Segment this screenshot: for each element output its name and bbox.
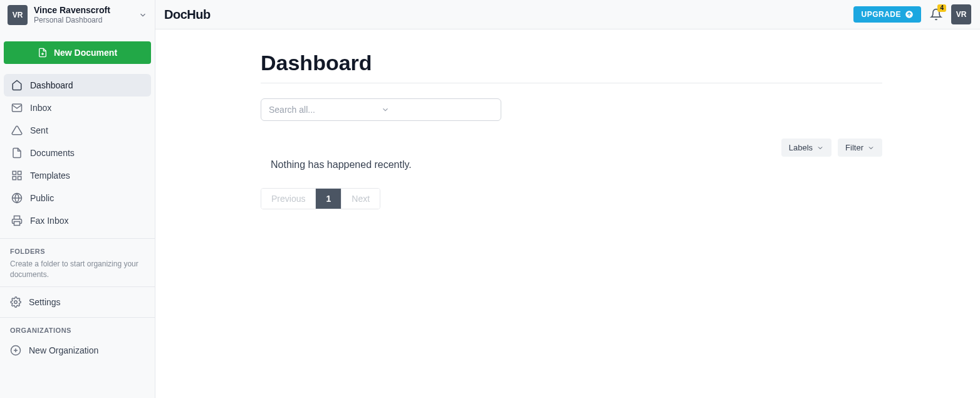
sidebar-item-documents[interactable]: Documents — [4, 142, 151, 164]
document-icon — [11, 147, 23, 159]
chevron-down-icon — [867, 144, 875, 152]
folders-section: FOLDERS Create a folder to start organiz… — [0, 238, 155, 286]
sidebar-item-dashboard[interactable]: Dashboard — [4, 74, 151, 97]
sidebar-item-label: New Organization — [29, 345, 98, 355]
notifications-button[interactable]: 4 — [930, 8, 942, 21]
sidebar-item-sent[interactable]: Sent — [4, 119, 151, 142]
logo[interactable]: DocHub — [164, 8, 211, 22]
account-switcher[interactable]: VR Vince Ravenscroft Personal Dashboard — [0, 0, 155, 30]
svg-rect-3 — [18, 171, 21, 174]
organizations-title: ORGANIZATIONS — [10, 327, 145, 334]
topbar: DocHub UPGRADE 4 VR — [155, 0, 980, 29]
svg-rect-4 — [13, 177, 16, 180]
main-area: DocHub UPGRADE 4 VR Dashboard Search all… — [155, 0, 980, 398]
organizations-section: ORGANIZATIONS New Organization — [0, 317, 155, 368]
inbox-icon — [11, 102, 23, 113]
templates-icon — [11, 170, 23, 181]
sidebar-item-inbox[interactable]: Inbox — [4, 97, 151, 119]
chevron-down-icon — [381, 105, 493, 114]
new-organization-button[interactable]: New Organization — [10, 339, 145, 362]
new-document-label: New Document — [54, 48, 117, 58]
svg-rect-2 — [13, 171, 16, 174]
pagination-previous[interactable]: Previous — [261, 189, 316, 209]
chevron-down-icon — [138, 11, 147, 19]
sidebar-item-label: Public — [30, 193, 54, 203]
page-title: Dashboard — [261, 51, 882, 83]
user-name: Vince Ravenscroft — [34, 5, 138, 16]
search-placeholder: Search all... — [269, 105, 381, 115]
home-icon — [11, 80, 23, 91]
sidebar-item-label: Settings — [29, 297, 61, 307]
notification-badge: 4 — [937, 4, 946, 12]
gear-icon — [10, 296, 21, 308]
search-input[interactable]: Search all... — [261, 98, 501, 121]
sidebar-item-label: Fax Inbox — [30, 216, 68, 226]
sidebar: VR Vince Ravenscroft Personal Dashboard … — [0, 0, 155, 398]
svg-point-9 — [14, 300, 18, 303]
sidebar-item-fax-inbox[interactable]: Fax Inbox — [4, 209, 151, 232]
empty-state-message: Nothing has happened recently. — [271, 159, 882, 170]
sidebar-item-label: Inbox — [30, 103, 51, 113]
new-document-button[interactable]: New Document — [4, 41, 151, 64]
sidebar-item-templates[interactable]: Templates — [4, 164, 151, 187]
user-subtitle: Personal Dashboard — [34, 16, 138, 24]
content: Dashboard Search all... Labels Filter No… — [261, 29, 882, 209]
folders-help: Create a folder to start organizing your… — [10, 259, 145, 280]
plus-circle-icon — [10, 345, 21, 356]
chevron-down-icon — [816, 144, 824, 152]
pagination-next[interactable]: Next — [341, 189, 380, 209]
filter-dropdown[interactable]: Filter — [838, 139, 882, 157]
sidebar-item-label: Documents — [30, 148, 75, 158]
labels-dropdown[interactable]: Labels — [781, 139, 831, 157]
avatar: VR — [8, 5, 28, 25]
upgrade-button[interactable]: UPGRADE — [853, 6, 921, 23]
fax-icon — [11, 215, 23, 226]
globe-icon — [11, 192, 23, 204]
svg-rect-8 — [14, 222, 20, 226]
pagination: Previous 1 Next — [261, 188, 380, 209]
user-menu-avatar[interactable]: VR — [951, 4, 971, 24]
svg-rect-5 — [18, 177, 21, 180]
folders-title: FOLDERS — [10, 248, 145, 255]
sidebar-item-label: Dashboard — [30, 80, 73, 90]
sidebar-item-label: Templates — [30, 170, 70, 181]
sidebar-item-label: Sent — [30, 125, 48, 135]
labels-label: Labels — [789, 143, 813, 152]
filter-label: Filter — [845, 143, 863, 152]
upgrade-label: UPGRADE — [861, 10, 901, 19]
sidebar-item-settings[interactable]: Settings — [10, 291, 145, 313]
sidebar-item-public[interactable]: Public — [4, 187, 151, 209]
arrow-up-circle-icon — [905, 10, 914, 19]
pagination-page-1[interactable]: 1 — [316, 189, 341, 209]
sent-icon — [11, 125, 23, 136]
file-plus-icon — [38, 48, 48, 58]
